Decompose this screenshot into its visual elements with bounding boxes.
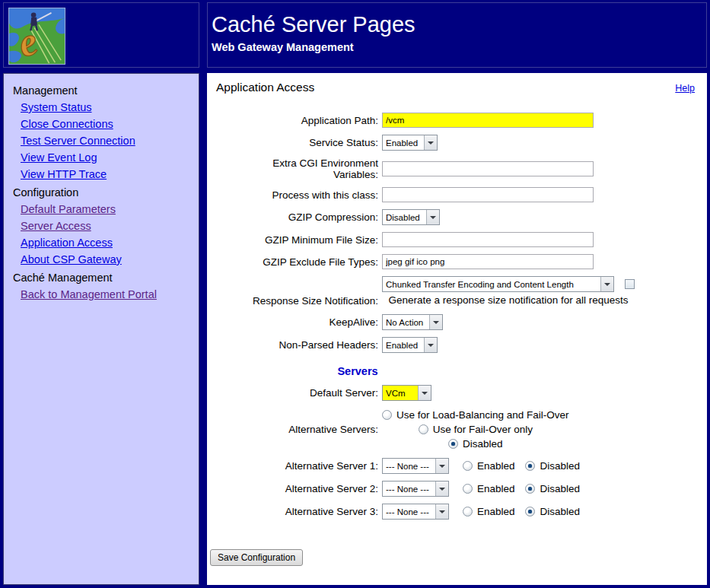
sidebar-item-view-http-trace[interactable]: View HTTP Trace	[21, 166, 107, 183]
keepalive-label: KeepAlive:	[216, 316, 382, 328]
sidebar-item-close-connections[interactable]: Close Connections	[21, 116, 113, 132]
gzip-compression-select[interactable]: Disabled	[382, 209, 440, 225]
header-logo-cell: e	[3, 2, 199, 68]
form-row-application-path: Application Path:	[216, 113, 707, 128]
form-row-service-status: Service Status: Enabled	[216, 135, 707, 151]
form-row-alternative-servers: Alternative Servers: Use for Load-Balanc…	[216, 408, 707, 451]
gzip-exclude-input[interactable]	[382, 254, 594, 269]
gzip-min-size-input[interactable]	[382, 232, 594, 247]
sidebar-nav: Management System Status Close Connectio…	[3, 73, 199, 585]
alt-servers-load-balancing-radio-label: Use for Load-Balancing and Fail-Over	[396, 408, 569, 422]
gzip-compression-label: GZIP Compression:	[216, 211, 382, 223]
form-row-keepalive: KeepAlive: No Action	[216, 314, 707, 330]
alt-servers-disabled-radio-label: Disabled	[463, 437, 503, 451]
application-path-label: Application Path:	[216, 115, 382, 126]
sidebar-item-system-status[interactable]: System Status	[21, 99, 91, 116]
alternative-server-2-enabled-radio[interactable]	[463, 484, 473, 494]
sidebar-item-application-access[interactable]: Application Access	[21, 234, 113, 251]
alt-servers-load-balancing-radio[interactable]	[382, 410, 392, 420]
sidebar-item-default-parameters[interactable]: Default Parameters	[21, 201, 116, 218]
chevron-down-icon	[424, 135, 437, 150]
alt-servers-failover-only-radio-label: Use for Fail-Over only	[433, 422, 533, 437]
sidebar-item-about-csp-gateway[interactable]: About CSP Gateway	[21, 251, 122, 268]
alternative-server-1-disabled-label: Disabled	[540, 460, 580, 472]
non-parsed-label: Non-Parsed Headers:	[216, 339, 382, 351]
app-subtitle: Web Gateway Management	[212, 41, 706, 53]
gzip-min-size-label: GZIP Minimum File Size:	[216, 234, 382, 246]
alternative-server-2-enabled-label: Enabled	[477, 483, 515, 494]
extra-cgi-input[interactable]	[382, 161, 594, 176]
form-row-alternative-server-2: Alternative Server 2: --- None --- Enabl…	[216, 481, 707, 497]
response-size-label: Response Size Notification:	[216, 295, 382, 307]
non-parsed-select[interactable]: Enabled	[382, 337, 438, 353]
alternative-server-2-disabled-label: Disabled	[540, 483, 580, 494]
alternative-server-1-disabled-radio[interactable]	[525, 461, 535, 471]
keepalive-select[interactable]: No Action	[382, 314, 443, 330]
form-row-alternative-server-1: Alternative Server 1: --- None --- Enabl…	[216, 458, 707, 474]
alternative-server-2-label: Alternative Server 2:	[216, 483, 382, 494]
alt-servers-disabled-radio[interactable]	[448, 439, 458, 449]
header-title-cell: Caché Server Pages Web Gateway Managemen…	[207, 2, 707, 68]
alternative-server-2-disabled-radio[interactable]	[525, 484, 535, 494]
alternative-server-2-select[interactable]: --- None ---	[382, 481, 449, 497]
response-size-select[interactable]: Chunked Transfer Encoding and Content Le…	[382, 276, 614, 292]
servers-section-heading: Servers	[216, 365, 499, 377]
chevron-down-icon	[435, 504, 448, 519]
response-size-checkbox[interactable]	[625, 279, 635, 289]
gzip-exclude-label: GZIP Exclude File Types:	[216, 256, 382, 268]
form-row-gzip-exclude: GZIP Exclude File Types:	[216, 254, 707, 269]
csp-gateway-window: e Caché Server Pages Web Gateway Managem…	[0, 0, 710, 588]
alternative-server-3-enabled-radio[interactable]	[463, 507, 473, 516]
sidebar-heading-management: Management	[13, 82, 196, 99]
sidebar-heading-cache-management: Caché Management	[13, 269, 196, 286]
form-row-alternative-server-3: Alternative Server 3: --- None --- Enabl…	[216, 504, 707, 520]
application-path-input[interactable]	[382, 113, 594, 128]
alternative-server-3-select[interactable]: --- None ---	[382, 504, 449, 520]
sidebar-item-back-to-management-portal[interactable]: Back to Management Portal	[21, 286, 157, 303]
chevron-down-icon	[424, 338, 437, 352]
form-row-extra-cgi: Extra CGI Environment Variables:	[216, 157, 707, 180]
alt-servers-failover-only-radio[interactable]	[419, 424, 428, 434]
alternative-server-1-label: Alternative Server 1:	[216, 460, 382, 472]
main-content: Application Access Help Application Path…	[207, 73, 707, 585]
process-class-input[interactable]	[382, 187, 594, 202]
form-row-gzip-compression: GZIP Compression: Disabled	[216, 209, 707, 225]
chevron-down-icon	[429, 315, 442, 329]
alternative-server-3-disabled-label: Disabled	[540, 506, 580, 517]
response-size-description: Generate a response size notification fo…	[388, 294, 628, 307]
alternative-server-1-select[interactable]: --- None ---	[382, 458, 449, 474]
page-title: Application Access	[216, 81, 314, 94]
sidebar-item-server-access[interactable]: Server Access	[21, 218, 91, 234]
sidebar-item-test-server-connection[interactable]: Test Server Connection	[21, 132, 135, 149]
sidebar-item-view-event-log[interactable]: View Event Log	[21, 149, 97, 166]
service-status-label: Service Status:	[216, 137, 382, 148]
service-status-select[interactable]: Enabled	[382, 135, 438, 151]
form-row-gzip-min-size: GZIP Minimum File Size:	[216, 232, 707, 247]
chevron-down-icon	[435, 459, 448, 473]
default-server-label: Default Server:	[216, 387, 382, 399]
extra-cgi-label: Extra CGI Environment Variables:	[216, 157, 382, 180]
alternative-server-1-enabled-radio[interactable]	[463, 461, 473, 471]
save-configuration-button[interactable]: Save Configuration	[210, 549, 303, 566]
form-row-process-class: Process with this class:	[216, 187, 707, 202]
process-class-label: Process with this class:	[216, 189, 382, 201]
chevron-down-icon	[418, 386, 431, 400]
application-access-form: Application Path: Service Status: Enable…	[207, 113, 707, 520]
chevron-down-icon	[435, 482, 448, 496]
chevron-down-icon	[600, 277, 613, 291]
chevron-down-icon	[426, 210, 439, 224]
form-row-default-server: Default Server: VCm	[216, 385, 707, 401]
form-row-response-size: Response Size Notification: Chunked Tran…	[216, 276, 707, 307]
alternative-server-3-label: Alternative Server 3:	[216, 506, 382, 517]
alternative-servers-label: Alternative Servers:	[216, 424, 382, 435]
app-title: Caché Server Pages	[212, 13, 706, 37]
help-link[interactable]: Help	[675, 83, 695, 94]
alternative-server-3-enabled-label: Enabled	[477, 506, 515, 517]
alternative-server-3-disabled-radio[interactable]	[525, 507, 535, 516]
alternative-server-1-enabled-label: Enabled	[477, 460, 515, 472]
csp-gateway-logo-icon: e	[8, 8, 65, 65]
form-row-non-parsed: Non-Parsed Headers: Enabled	[216, 337, 707, 353]
default-server-select[interactable]: VCm	[382, 385, 431, 401]
sidebar-heading-configuration: Configuration	[13, 184, 196, 201]
